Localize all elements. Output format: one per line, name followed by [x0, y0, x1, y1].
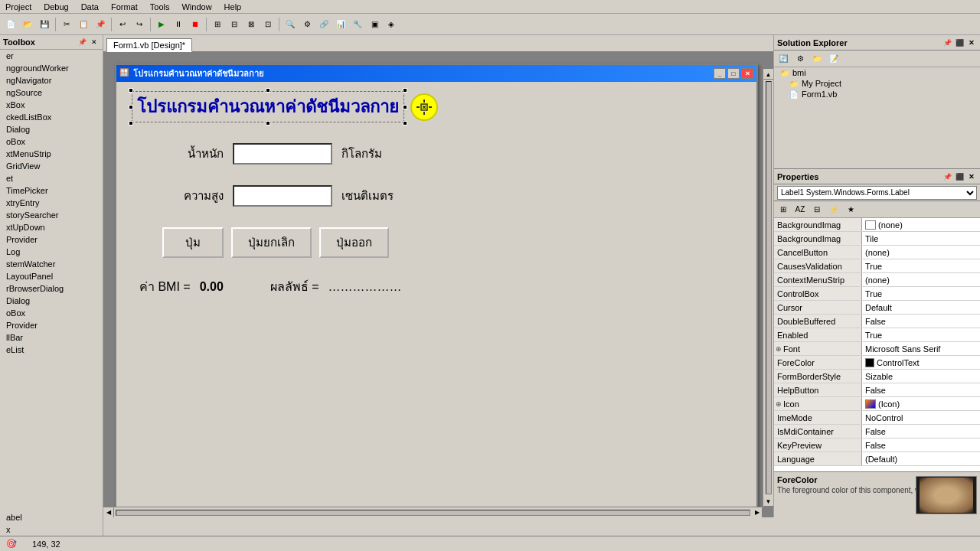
- toolbox-item-13[interactable]: storySearcher: [0, 209, 103, 221]
- menu-item-format[interactable]: Format: [109, 2, 140, 11]
- toolbox-pin[interactable]: 📌: [77, 37, 87, 47]
- form-close-button[interactable]: ✕: [741, 68, 753, 79]
- form-minimize-button[interactable]: _: [714, 68, 726, 79]
- prop-row-icon[interactable]: ⊕ Icon (Icon): [774, 397, 980, 411]
- menu-item-window[interactable]: Window: [179, 2, 214, 11]
- toolbox-item-0[interactable]: er: [0, 50, 103, 62]
- prop-row-cancelbutton[interactable]: CancelButton (none): [774, 246, 980, 259]
- toolbox-item-16[interactable]: Log: [0, 246, 103, 258]
- toolbar-b3[interactable]: ⊠: [243, 17, 259, 32]
- toolbox-item-21[interactable]: oBox: [0, 307, 103, 319]
- prop-row-keypreview[interactable]: KeyPreview False: [774, 439, 980, 452]
- toolbox-item-4[interactable]: xBox: [0, 99, 103, 111]
- toolbox-item-5[interactable]: ckedListBox: [0, 111, 103, 123]
- ok-button[interactable]: ปุ่มออก: [319, 227, 389, 258]
- toolbox-item-12[interactable]: xtryEntry: [0, 197, 103, 209]
- toolbar-undo[interactable]: ↩: [115, 17, 130, 32]
- toolbar-new[interactable]: 📄: [3, 17, 18, 32]
- tab-form1-design[interactable]: Form1.vb [Design]*: [106, 38, 192, 52]
- toolbox-item-18[interactable]: LayoutPanel: [0, 270, 103, 282]
- prop-row-imemode[interactable]: ImeMode NoControl: [774, 411, 980, 425]
- toolbar-b1[interactable]: ⊞: [210, 17, 225, 32]
- toolbar-paste[interactable]: 📌: [93, 17, 108, 32]
- menu-item-project[interactable]: Project: [3, 2, 34, 11]
- prop-row-enabled[interactable]: Enabled True: [774, 328, 980, 342]
- toolbar-stop[interactable]: ⏹: [188, 17, 203, 32]
- toolbox-item-23[interactable]: llBar: [0, 331, 103, 344]
- prop-row-controlbox[interactable]: ControlBox True: [774, 287, 980, 301]
- hscroll-track[interactable]: [116, 510, 750, 516]
- toolbox-item-6[interactable]: Dialog: [0, 123, 103, 135]
- toolbox-item-9[interactable]: GridView: [0, 160, 103, 172]
- bottom-label-2[interactable]: x: [0, 523, 103, 536]
- scroll-right-button[interactable]: ▶: [752, 507, 763, 518]
- toolbox-item-10[interactable]: et: [0, 172, 103, 184]
- properties-object-select[interactable]: Label1 System.Windows.Forms.Label: [777, 186, 977, 200]
- design-canvas[interactable]: 🪟 โปรแกรมคำนวณหาค่าดัชนีมวลกาย _ □ ✕: [103, 52, 773, 517]
- bottom-label-1[interactable]: abel: [0, 511, 103, 523]
- toolbox-item-2[interactable]: ngNavigator: [0, 74, 103, 86]
- prop-row-causesvalidation[interactable]: CausesValidation True: [774, 259, 980, 273]
- toolbar-save[interactable]: 💾: [37, 17, 52, 32]
- move-handle-icon[interactable]: [410, 93, 438, 121]
- solution-myproject-node[interactable]: 📁 My Project: [774, 78, 980, 89]
- prop-row-forecolor[interactable]: ForeColor ControlText: [774, 356, 980, 370]
- toolbox-item-20[interactable]: Dialog: [0, 295, 103, 307]
- toolbar-b11[interactable]: ◈: [384, 17, 399, 32]
- toolbox-item-7[interactable]: oBox: [0, 135, 103, 148]
- prop-row-doublebuffered[interactable]: DoubleBuffered False: [774, 315, 980, 328]
- toolbar-copy[interactable]: 📋: [76, 17, 91, 32]
- vscroll-track[interactable]: [766, 81, 772, 494]
- prop-row-ismdicontainer[interactable]: IsMdiContainer False: [774, 425, 980, 439]
- prop-row-backgroundimage[interactable]: BackgroundImag (none): [774, 218, 980, 232]
- scroll-down-button[interactable]: ▼: [763, 496, 774, 507]
- toolbox-item-24[interactable]: eList: [0, 344, 103, 356]
- prop-row-helpbutton[interactable]: HelpButton False: [774, 383, 980, 397]
- toolbox-item-11[interactable]: TimePicker: [0, 184, 103, 197]
- toolbar-b9[interactable]: 🔧: [350, 17, 365, 32]
- scroll-left-button[interactable]: ◀: [103, 507, 114, 518]
- toolbar-pause[interactable]: ⏸: [171, 17, 186, 32]
- toolbar-b6[interactable]: ⚙: [299, 17, 315, 32]
- calculate-button[interactable]: ปุ่ม: [162, 227, 224, 258]
- toolbox-item-22[interactable]: Provider: [0, 319, 103, 331]
- properties-expand[interactable]: ⬛: [954, 171, 965, 182]
- toolbox-item-19[interactable]: rBrowserDialog: [0, 282, 103, 295]
- props-favorites[interactable]: ★: [843, 202, 858, 217]
- prop-row-cursor[interactable]: Cursor Default: [774, 301, 980, 315]
- solution-properties[interactable]: ⚙: [792, 51, 808, 67]
- scroll-up-button[interactable]: ▲: [763, 69, 774, 80]
- prop-row-font[interactable]: ⊕ Font Microsoft Sans Serif: [774, 342, 980, 356]
- toolbox-item-15[interactable]: Provider: [0, 233, 103, 246]
- toolbar-b5[interactable]: 🔍: [283, 17, 298, 32]
- toolbox-item-1[interactable]: nggroundWorker: [0, 62, 103, 74]
- solution-view-code[interactable]: 📝: [826, 51, 841, 67]
- menu-item-debug[interactable]: Debug: [41, 2, 70, 11]
- toolbar-redo[interactable]: ↪: [132, 17, 147, 32]
- vscrollbar[interactable]: ▲ ▼: [763, 69, 773, 507]
- solution-form1-node[interactable]: 📄 Form1.vb: [774, 89, 980, 99]
- prop-row-contextmenustrip[interactable]: ContextMenuStrip (none): [774, 273, 980, 287]
- toolbox-close[interactable]: ✕: [89, 37, 100, 47]
- form-title-label[interactable]: โปรแกรมคำนวณหาค่าดัชนีมวลกาย: [132, 91, 404, 122]
- toolbar-b7[interactable]: 🔗: [316, 17, 332, 32]
- height-input[interactable]: [233, 185, 332, 207]
- menu-item-tools[interactable]: Tools: [148, 2, 172, 11]
- solution-refresh[interactable]: 🔄: [776, 51, 791, 67]
- toolbar-b2[interactable]: ⊟: [227, 17, 242, 32]
- toolbox-item-14[interactable]: xtUpDown: [0, 221, 103, 233]
- solution-explorer-close[interactable]: ✕: [966, 37, 977, 48]
- solution-show-all[interactable]: 📁: [809, 51, 825, 67]
- toolbar-b8[interactable]: 📊: [333, 17, 348, 32]
- toolbar-b4[interactable]: ⊡: [260, 17, 276, 32]
- toolbox-item-8[interactable]: xtMenuStrip: [0, 148, 103, 160]
- toolbar-b10[interactable]: ▣: [367, 17, 382, 32]
- prop-row-formborderstyle[interactable]: FormBorderStyle Sizable: [774, 370, 980, 383]
- toolbox-item-17[interactable]: stemWatcher: [0, 258, 103, 270]
- props-events[interactable]: ⚡: [826, 202, 841, 217]
- solution-project-node[interactable]: 📁 bmi: [774, 67, 980, 78]
- cancel-button[interactable]: ปุ่มยกเลิก: [231, 227, 312, 258]
- menu-item-data[interactable]: Data: [79, 2, 101, 11]
- prop-row-language[interactable]: Language (Default): [774, 452, 980, 466]
- solution-explorer-expand[interactable]: ⬛: [954, 37, 965, 48]
